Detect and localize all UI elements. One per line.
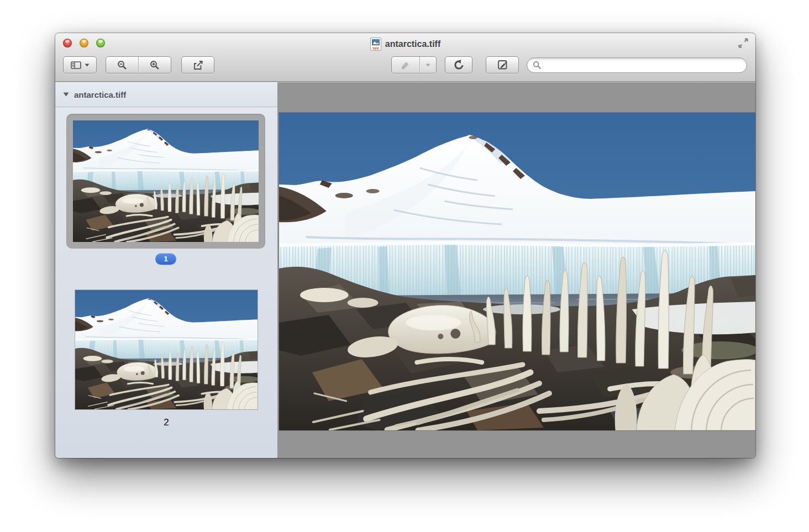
sidebar-view-icon bbox=[71, 61, 81, 69]
sidebar-group-header[interactable]: antarctica.tiff bbox=[55, 82, 277, 107]
markup-pencil-icon bbox=[497, 60, 508, 70]
disclosure-triangle-icon bbox=[63, 92, 69, 97]
titlebar: TIFF antarctica.tiff bbox=[55, 37, 755, 51]
document-canvas[interactable] bbox=[278, 82, 755, 458]
page-2-thumbnail-image[interactable] bbox=[75, 290, 258, 409]
sidebar-group-label: antarctica.tiff bbox=[74, 90, 126, 99]
markup-toolbar-button[interactable] bbox=[486, 56, 519, 73]
rotate-left-button[interactable] bbox=[445, 56, 472, 73]
thumbnail-list: 1 2 bbox=[55, 108, 277, 458]
highlight-segmented-control bbox=[391, 56, 437, 73]
thumbnail-page-2[interactable]: 2 bbox=[75, 290, 258, 428]
page-1-badge: 1 bbox=[155, 253, 176, 265]
thumbnail-page-1[interactable]: 1 bbox=[66, 114, 265, 265]
view-menu-button[interactable] bbox=[63, 56, 97, 73]
selection-ring bbox=[66, 114, 265, 249]
tiff-document-icon: TIFF bbox=[370, 38, 381, 51]
highlight-dropdown-button[interactable] bbox=[420, 57, 436, 73]
search-input[interactable] bbox=[545, 61, 741, 70]
thumbnail-sidebar: antarctica.tiff 1 2 bbox=[55, 82, 278, 458]
search-field[interactable] bbox=[527, 57, 747, 73]
rotate-left-icon bbox=[453, 59, 464, 71]
highlighter-icon bbox=[400, 60, 411, 70]
search-icon bbox=[533, 61, 542, 70]
zoom-segmented-control bbox=[106, 56, 171, 73]
chevron-down-icon bbox=[425, 64, 430, 67]
window-title: antarctica.tiff bbox=[385, 39, 440, 49]
share-button[interactable] bbox=[181, 56, 214, 73]
preview-window: TIFF antarctica.tiff bbox=[55, 33, 755, 458]
zoom-out-button[interactable] bbox=[106, 57, 138, 73]
window-content: antarctica.tiff 1 2 bbox=[55, 82, 755, 458]
share-icon bbox=[193, 60, 203, 70]
highlight-button[interactable] bbox=[392, 57, 419, 73]
main-photo[interactable] bbox=[279, 113, 755, 430]
zoom-out-icon bbox=[117, 60, 127, 70]
window-chrome: TIFF antarctica.tiff bbox=[55, 33, 755, 82]
chevron-down-icon bbox=[85, 64, 90, 67]
zoom-in-button[interactable] bbox=[139, 57, 171, 73]
svg-text:TIFF: TIFF bbox=[372, 47, 379, 50]
zoom-in-icon bbox=[150, 60, 160, 70]
page-2-label: 2 bbox=[75, 417, 258, 428]
page-1-thumbnail-image[interactable] bbox=[73, 120, 259, 242]
fullscreen-arrows-icon[interactable] bbox=[737, 36, 750, 50]
